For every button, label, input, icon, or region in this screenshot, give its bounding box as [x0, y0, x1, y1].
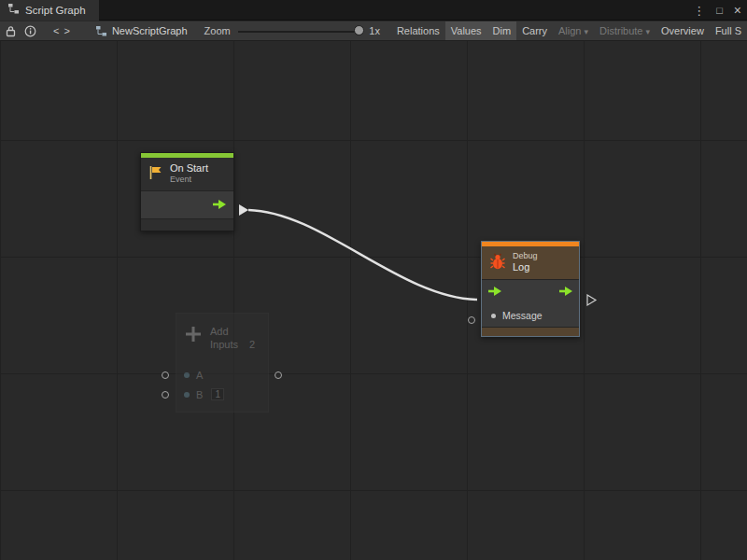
align-button[interactable]: Align▾	[553, 21, 594, 41]
debug-output-target-icon[interactable]	[587, 295, 596, 305]
port-b-dot[interactable]	[184, 392, 190, 398]
code-icon[interactable]: < >	[53, 25, 71, 36]
port-a-label: A	[196, 370, 203, 381]
toolbar-buttons: Relations Values Dim Carry Align▾ Distri…	[391, 21, 747, 41]
flag-icon	[148, 164, 164, 183]
port-row-a[interactable]: A	[184, 370, 261, 381]
chevron-down-icon: ▾	[646, 27, 651, 36]
graph-toolbar: < > NewScriptGraph Zoom 1x Relations Val…	[0, 21, 747, 41]
port-a-dot[interactable]	[184, 372, 190, 378]
debug-log-footer	[482, 328, 579, 336]
port-b-value-field[interactable]: 1	[211, 388, 224, 400]
message-port-label: Message	[502, 310, 543, 321]
on-start-title: On Start	[170, 162, 208, 175]
dim-button[interactable]: Dim	[487, 21, 517, 41]
message-port-dot[interactable]	[491, 314, 496, 318]
script-graph-window: Script Graph ⋮ □ × < >	[0, 0, 747, 560]
distribute-label: Distribute	[599, 25, 642, 36]
connection-wire[interactable]	[248, 210, 477, 300]
overview-button[interactable]: Overview	[655, 21, 710, 41]
tab-label: Script Graph	[25, 5, 86, 16]
fullscreen-button[interactable]: Full S	[710, 21, 747, 41]
chevron-down-icon: ▾	[585, 27, 589, 36]
add-inputs-title-line2: Inputs	[210, 338, 238, 351]
trigger-output-port[interactable]	[212, 199, 227, 212]
titlebar: Script Graph ⋮ □ ×	[0, 0, 747, 21]
carry-button[interactable]: Carry	[516, 21, 553, 41]
debug-log-title: Log	[513, 261, 538, 273]
on-start-footer	[141, 219, 233, 231]
relations-button[interactable]: Relations	[391, 21, 445, 41]
zoom-label: Zoom	[204, 25, 231, 36]
align-label: Align	[558, 25, 581, 36]
info-icon[interactable]	[24, 25, 36, 37]
add-inputs-count: 2	[249, 338, 255, 351]
kebab-menu-icon[interactable]: ⋮	[693, 4, 705, 18]
values-button[interactable]: Values	[445, 21, 487, 41]
port-connect-circle[interactable]	[275, 371, 282, 379]
on-start-subtitle: Event	[170, 175, 208, 185]
script-graph-icon	[7, 2, 20, 19]
wire-start-arrow	[239, 204, 248, 216]
debug-category: Debug	[513, 251, 538, 261]
port-connect-circle[interactable]	[162, 371, 169, 379]
graph-name[interactable]: NewScriptGraph	[112, 25, 188, 36]
on-start-node[interactable]: On Start Event	[140, 152, 234, 231]
zoom-slider-handle[interactable]	[354, 25, 364, 35]
add-inputs-title-line1: Add	[210, 325, 261, 338]
connection-layer	[0, 41, 747, 560]
graph-canvas[interactable]: On Start Event	[0, 41, 747, 560]
add-inputs-ghost-node[interactable]: Add Inputs 2 A B 1	[176, 313, 269, 413]
tab-script-graph[interactable]: Script Graph	[0, 0, 99, 21]
plus-icon	[184, 325, 203, 345]
bug-icon	[488, 252, 507, 273]
maximize-icon[interactable]: □	[716, 5, 723, 16]
zoom-slider[interactable]	[238, 21, 364, 41]
trigger-input-port[interactable]	[487, 286, 502, 299]
zoom-slider-track[interactable]	[238, 31, 364, 33]
port-connect-circle[interactable]	[162, 391, 169, 399]
trigger-output-port[interactable]	[558, 286, 573, 299]
close-icon[interactable]: ×	[734, 3, 741, 18]
graph-asset-icon	[95, 25, 107, 37]
lock-icon[interactable]	[6, 25, 16, 37]
port-connect-circle[interactable]	[468, 316, 475, 324]
zoom-value: 1x	[369, 25, 380, 36]
debug-log-header[interactable]: Debug Log	[482, 246, 579, 279]
port-b-label: B	[196, 389, 203, 400]
window-controls: ⋮ □ ×	[693, 0, 741, 21]
debug-log-node[interactable]: Debug Log	[481, 241, 580, 337]
distribute-button[interactable]: Distribute▾	[594, 21, 655, 41]
port-row-b[interactable]: B 1	[184, 388, 261, 400]
on-start-header[interactable]: On Start Event	[141, 158, 233, 190]
